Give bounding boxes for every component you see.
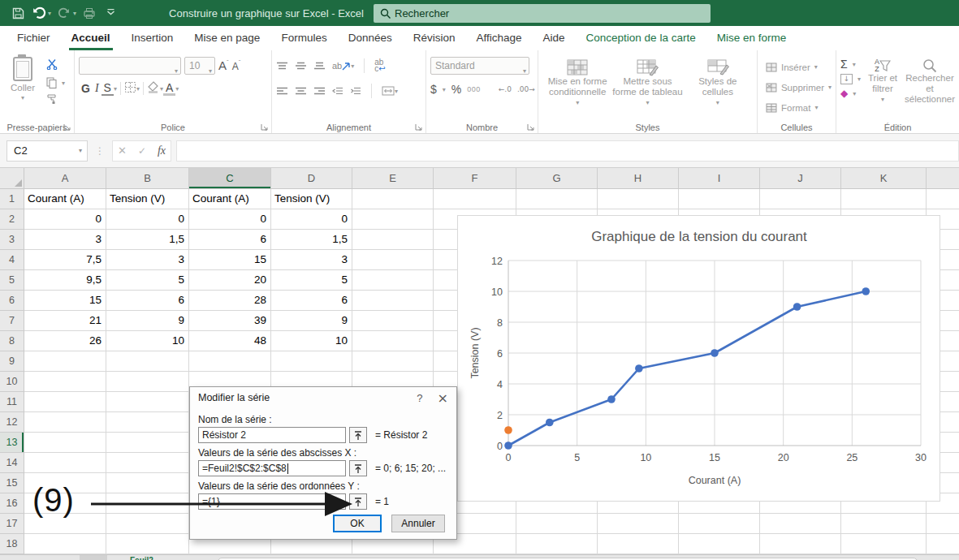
chart[interactable]: 024681012051015202530Graphique de la ten… bbox=[457, 215, 940, 502]
tab-formules[interactable]: Formules bbox=[270, 26, 337, 50]
dialog-input-0[interactable]: Résistor 2 bbox=[198, 427, 346, 443]
row-header-1[interactable]: 1 bbox=[0, 189, 24, 209]
row-header-15[interactable]: 15 bbox=[0, 473, 24, 493]
cell-D4[interactable]: 3 bbox=[271, 250, 352, 270]
paste-button[interactable]: Coller ▾ bbox=[4, 57, 41, 118]
row-header-18[interactable]: 18 bbox=[0, 534, 24, 554]
currency-icon[interactable]: $ bbox=[430, 83, 437, 96]
italic-button[interactable]: I bbox=[93, 82, 102, 95]
number-dialog-launcher-icon[interactable] bbox=[525, 122, 535, 131]
column-header-K[interactable]: K bbox=[841, 168, 927, 189]
cell-C5[interactable]: 20 bbox=[189, 270, 271, 291]
cell-B2[interactable]: 0 bbox=[106, 209, 189, 230]
autosum-icon[interactable]: Σ▾ bbox=[840, 58, 861, 71]
cell-C2[interactable]: 0 bbox=[189, 209, 271, 230]
column-header-partial[interactable] bbox=[927, 168, 959, 189]
row-header-6[interactable]: 6 bbox=[0, 291, 24, 311]
tab-accueil[interactable]: Accueil bbox=[61, 26, 121, 50]
cell-E3[interactable] bbox=[352, 230, 434, 250]
cell-F1[interactable] bbox=[434, 189, 516, 209]
cell-C9[interactable] bbox=[189, 351, 271, 372]
borders-icon[interactable] bbox=[124, 81, 136, 97]
cell-G1[interactable] bbox=[516, 189, 598, 209]
cell-D5[interactable]: 5 bbox=[271, 270, 352, 291]
cell-E7[interactable] bbox=[352, 311, 434, 331]
cell-B4[interactable]: 3 bbox=[106, 250, 189, 270]
tab-affichage[interactable]: Affichage bbox=[465, 26, 532, 50]
column-header-H[interactable]: H bbox=[598, 168, 679, 189]
cell-A12[interactable] bbox=[24, 412, 106, 433]
sheet-tab-feuil2[interactable]: Feuil2 bbox=[130, 556, 153, 560]
column-header-C[interactable]: C bbox=[189, 168, 271, 189]
percent-icon[interactable]: % bbox=[451, 83, 461, 96]
cell-B8[interactable]: 10 bbox=[106, 331, 189, 351]
cell-C7[interactable]: 39 bbox=[189, 311, 271, 331]
align-top-icon[interactable] bbox=[276, 58, 288, 73]
cell-B7[interactable]: 9 bbox=[106, 311, 189, 331]
save-icon[interactable] bbox=[8, 4, 28, 22]
cell-E8[interactable] bbox=[352, 331, 434, 351]
insert-function-icon[interactable]: fx bbox=[158, 144, 166, 157]
cell-B5[interactable]: 5 bbox=[106, 270, 189, 291]
cell-L18[interactable] bbox=[927, 534, 959, 554]
delete-cells-button[interactable]: Supprimer▾ bbox=[766, 77, 832, 97]
borders-caret-icon[interactable]: ▾ bbox=[136, 85, 140, 93]
row-header-2[interactable]: 2 bbox=[0, 209, 24, 230]
cell-J18[interactable] bbox=[760, 534, 841, 554]
cell-H1[interactable] bbox=[598, 189, 679, 209]
redo-icon[interactable] bbox=[54, 4, 74, 22]
row-header-9[interactable]: 9 bbox=[0, 351, 24, 372]
cell-K17[interactable] bbox=[841, 514, 927, 534]
row-header-4[interactable]: 4 bbox=[0, 250, 24, 270]
cell-E9[interactable] bbox=[352, 351, 434, 372]
format-cells-button[interactable]: Format▾ bbox=[766, 97, 832, 118]
cell-A10[interactable] bbox=[24, 372, 106, 392]
cell-B9[interactable] bbox=[106, 351, 189, 372]
align-center-icon[interactable] bbox=[295, 84, 307, 98]
font-color-caret-icon[interactable]: ▾ bbox=[175, 85, 179, 93]
cell-E4[interactable] bbox=[352, 250, 434, 270]
align-bottom-icon[interactable] bbox=[313, 58, 326, 73]
sort-filter-button[interactable]: AZ Trier et filtrer ▾ bbox=[866, 57, 900, 118]
close-icon[interactable]: × bbox=[438, 390, 448, 406]
cell-B14[interactable] bbox=[106, 453, 189, 473]
cut-icon[interactable] bbox=[46, 58, 65, 73]
cancel-button[interactable]: Annuler bbox=[391, 515, 445, 532]
column-header-G[interactable]: G bbox=[516, 168, 598, 189]
align-middle-icon[interactable] bbox=[295, 58, 307, 73]
search-box[interactable]: Rechercher bbox=[374, 4, 711, 23]
cell-A6[interactable]: 15 bbox=[24, 291, 106, 311]
tab-donn-es[interactable]: Données bbox=[338, 26, 403, 50]
row-header-3[interactable]: 3 bbox=[0, 230, 24, 250]
wrap-text-icon[interactable]: abc↩ bbox=[374, 59, 385, 72]
cell-J17[interactable] bbox=[760, 514, 841, 534]
insert-cells-button[interactable]: Insérer▾ bbox=[766, 57, 832, 77]
underline-button[interactable]: S bbox=[102, 81, 114, 96]
quick-access-options-icon[interactable] bbox=[101, 4, 120, 22]
tab-fichier[interactable]: Fichier bbox=[6, 26, 61, 50]
cell-H17[interactable] bbox=[598, 514, 679, 534]
row-header-16[interactable]: 16 bbox=[0, 493, 24, 514]
cell-C1[interactable]: Courant (A) bbox=[189, 189, 271, 209]
decrease-decimal-icon[interactable]: .00→ bbox=[517, 85, 535, 93]
row-header-13[interactable]: 13 bbox=[0, 433, 24, 453]
font-size-select[interactable]: 10▾ bbox=[184, 57, 215, 75]
cell-B13[interactable] bbox=[106, 433, 189, 453]
row-header-7[interactable]: 7 bbox=[0, 311, 24, 331]
row-header-8[interactable]: 8 bbox=[0, 331, 24, 351]
cell-A4[interactable]: 7,5 bbox=[24, 250, 106, 270]
decrease-font-icon[interactable]: Aˇ bbox=[232, 58, 241, 73]
cell-E1[interactable] bbox=[352, 189, 434, 209]
cell-D7[interactable]: 9 bbox=[271, 311, 352, 331]
cell-A18[interactable] bbox=[24, 534, 106, 554]
cell-G18[interactable] bbox=[516, 534, 598, 554]
column-header-F[interactable]: F bbox=[434, 168, 516, 189]
cell-D2[interactable]: 0 bbox=[271, 209, 352, 230]
cell-K18[interactable] bbox=[841, 534, 927, 554]
tab-r-vision[interactable]: Révision bbox=[403, 26, 466, 50]
bold-button[interactable]: G bbox=[79, 82, 93, 95]
cell-A11[interactable] bbox=[24, 392, 106, 412]
clear-icon[interactable]: ◆▾ bbox=[840, 88, 861, 99]
cell-C6[interactable]: 28 bbox=[189, 291, 271, 311]
column-header-J[interactable]: J bbox=[760, 168, 841, 189]
